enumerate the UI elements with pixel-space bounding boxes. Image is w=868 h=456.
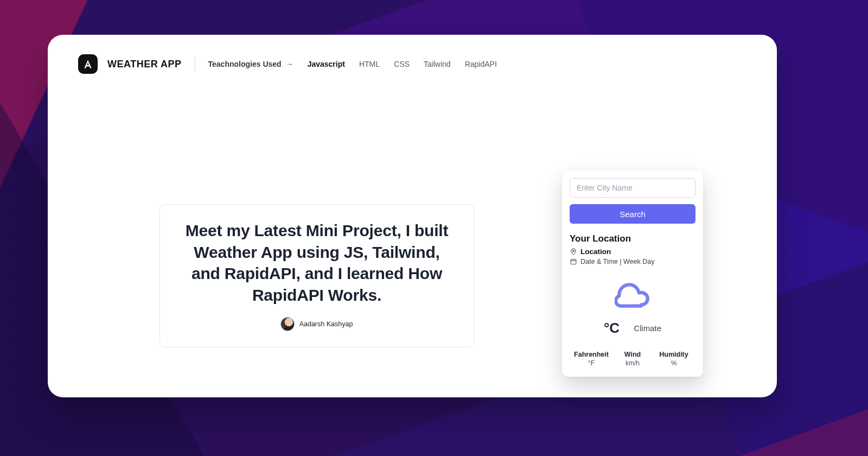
hero-title: Meet my Latest Mini Project, I built Wea… [178,220,455,306]
stats-row: Fahrenheit °F Wind km/h Humidity % [570,351,695,367]
location-value: Location [580,248,611,256]
datetime-row: Date & Time | Week Day [570,258,695,265]
datetime-value: Date & Time | Week Day [580,258,654,265]
author-row: Aadarsh Kashyap [178,318,455,331]
author-name: Aadarsh Kashyap [299,320,353,328]
stat-fahrenheit-label: Fahrenheit [571,351,612,358]
tech-item-javascript[interactable]: Javascript [308,60,345,68]
your-location-heading: Your Location [570,233,695,244]
stat-wind: Wind km/h [612,351,653,367]
app-card: WEATHER APP Teachnologies Used → Javascr… [48,35,777,397]
tech-item-html[interactable]: HTML [359,60,380,68]
temperature-row: °C Climate [570,320,695,337]
tech-used-label: Teachnologies Used → [208,60,293,68]
arrow-right-icon: → [286,60,293,68]
brand-title: WEATHER APP [107,59,182,70]
calendar-icon [570,258,577,265]
stat-fahrenheit-value: °F [571,359,612,367]
header-divider [195,56,195,72]
city-input[interactable] [570,178,695,198]
svg-point-0 [573,250,575,251]
hero-box: Meet my Latest Mini Project, I built Wea… [159,204,474,347]
search-button[interactable]: Search [570,204,695,224]
svg-rect-1 [571,259,576,264]
tech-item-rapidapi[interactable]: RapidAPI [465,60,497,68]
tech-item-tailwind[interactable]: Tailwind [424,60,451,68]
stat-humidity-value: % [653,359,694,367]
cloud-icon [615,280,650,310]
author-avatar [281,318,294,331]
tech-used-text: Teachnologies Used [208,60,282,68]
logo-a-icon [82,59,93,69]
location-row: Location [570,248,695,256]
weather-widget: Search Your Location Location Date & Tim… [562,170,703,377]
app-logo [78,54,98,74]
weather-icon-wrap [570,280,695,310]
stat-humidity: Humidity % [653,351,694,367]
header: WEATHER APP Teachnologies Used → Javascr… [48,35,777,74]
map-pin-icon [570,248,577,256]
stat-humidity-label: Humidity [653,351,694,358]
tech-list: Javascript HTML CSS Tailwind RapidAPI [308,60,497,68]
stat-wind-value: km/h [612,359,653,367]
tech-item-css[interactable]: CSS [394,60,410,68]
stat-wind-label: Wind [612,351,653,358]
climate-label: Climate [634,324,661,333]
stat-fahrenheit: Fahrenheit °F [571,351,612,367]
temperature-unit: °C [604,320,620,337]
